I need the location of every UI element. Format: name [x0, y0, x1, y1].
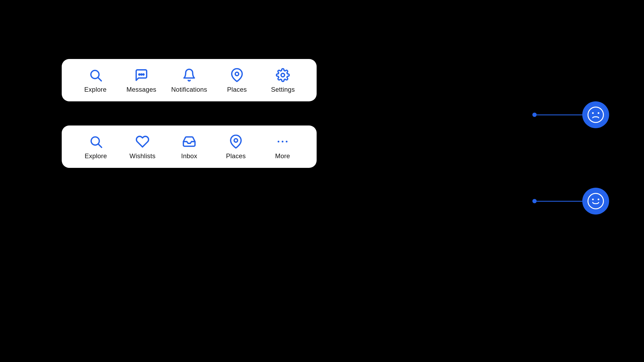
- nav-label-messages: Messages: [126, 86, 156, 93]
- nav-label-places-2: Places: [226, 152, 246, 160]
- nav-label-more: More: [275, 152, 290, 160]
- connector-line-2: [537, 201, 582, 202]
- happy-face-indicator: [582, 188, 609, 215]
- main-container: Explore Messages Notifications: [62, 59, 317, 168]
- connector-line-1: [537, 114, 582, 115]
- nav-item-messages[interactable]: Messages: [125, 67, 158, 93]
- nav-label-settings: Settings: [271, 86, 295, 93]
- bell-icon: [181, 67, 197, 83]
- nav-label-inbox: Inbox: [181, 152, 197, 160]
- navbar-2: Explore Wishlists Inbox: [62, 125, 317, 168]
- map-pin-icon-1: [229, 67, 245, 83]
- sad-face-indicator: [582, 101, 609, 128]
- nav-label-wishlists: Wishlists: [130, 152, 156, 160]
- inbox-icon: [181, 134, 197, 150]
- dot-left-1: [532, 113, 537, 117]
- nav-item-inbox[interactable]: Inbox: [173, 134, 205, 160]
- svg-point-10: [278, 141, 280, 143]
- nav-item-explore-2[interactable]: Explore: [80, 134, 112, 160]
- nav-item-wishlists[interactable]: Wishlists: [126, 134, 159, 160]
- more-horizontal-icon: [275, 134, 291, 150]
- search-icon: [87, 67, 104, 83]
- nav-item-more[interactable]: More: [266, 134, 299, 160]
- nav-label-explore-2: Explore: [85, 152, 107, 160]
- dot-left-2: [532, 199, 537, 203]
- svg-point-3: [141, 74, 142, 75]
- svg-point-2: [139, 74, 140, 75]
- svg-point-12: [286, 141, 288, 143]
- nav-item-settings[interactable]: Settings: [267, 67, 299, 93]
- search-icon-2: [88, 134, 104, 150]
- svg-point-9: [234, 139, 238, 142]
- svg-point-11: [282, 141, 284, 143]
- svg-point-18: [598, 198, 599, 200]
- svg-point-14: [592, 112, 594, 114]
- heart-icon: [134, 134, 151, 150]
- svg-point-17: [592, 198, 594, 200]
- message-circle-icon: [133, 67, 149, 83]
- nav-label-notifications: Notifications: [171, 86, 207, 93]
- svg-point-13: [588, 107, 603, 123]
- nav-item-places-1[interactable]: Places: [221, 67, 253, 93]
- nav-item-explore-1[interactable]: Explore: [79, 67, 112, 93]
- svg-line-8: [98, 144, 102, 147]
- nav-item-places-2[interactable]: Places: [220, 134, 252, 160]
- nav-label-explore-1: Explore: [84, 86, 107, 93]
- svg-line-1: [98, 78, 101, 81]
- svg-point-15: [598, 112, 599, 114]
- svg-point-5: [235, 72, 239, 76]
- svg-point-4: [143, 74, 144, 75]
- svg-point-16: [588, 193, 603, 209]
- indicator-1: [532, 101, 609, 128]
- nav-item-notifications[interactable]: Notifications: [171, 67, 207, 93]
- indicator-2: [532, 188, 609, 215]
- navbar-1: Explore Messages Notifications: [62, 59, 317, 101]
- settings-icon: [275, 67, 291, 83]
- nav-label-places-1: Places: [227, 86, 247, 93]
- svg-point-6: [281, 73, 285, 77]
- map-pin-icon-2: [228, 134, 244, 150]
